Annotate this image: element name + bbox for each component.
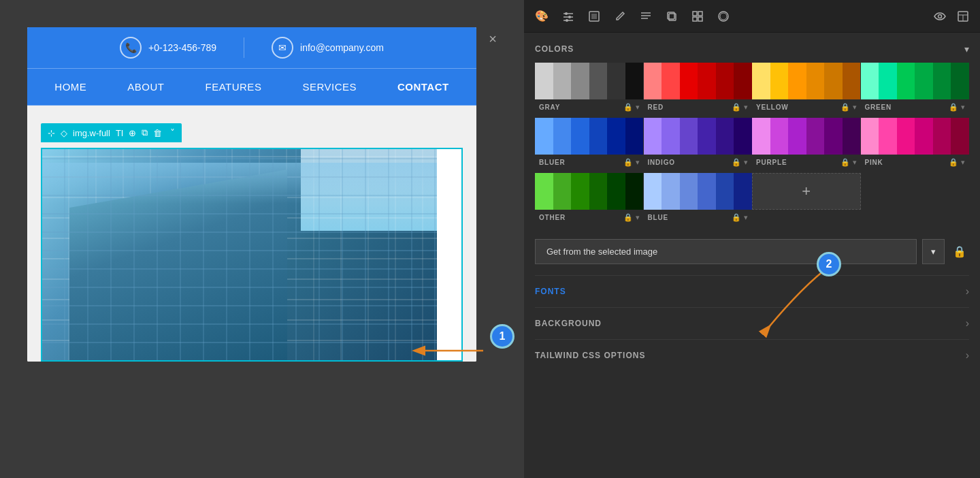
bluer-lock-icon[interactable]: 🔒 [623, 158, 633, 167]
purple-swatch-2[interactable] [770, 118, 789, 155]
pink-swatch-4[interactable] [915, 118, 933, 155]
other-swatch-3[interactable] [571, 173, 589, 210]
red-lock-icon[interactable]: 🔒 [732, 103, 741, 112]
blue-swatch-4[interactable] [698, 173, 716, 210]
purple-swatch-6[interactable] [843, 118, 861, 155]
grid-icon[interactable] [691, 10, 704, 22]
pink-expand-icon[interactable]: ▾ [961, 158, 965, 167]
get-from-image-button[interactable]: Get from the selected image [535, 239, 917, 264]
pink-swatch-2[interactable] [879, 118, 897, 155]
colors-chevron-icon[interactable]: ▾ [964, 44, 969, 54]
indigo-expand-icon[interactable]: ▾ [744, 158, 748, 167]
green-swatch-6[interactable] [951, 63, 969, 99]
indigo-swatch-1[interactable] [644, 118, 662, 155]
eye-icon[interactable] [934, 10, 946, 22]
more-chevron-icon[interactable]: ˅ [170, 127, 175, 138]
blue-swatch-1[interactable] [644, 173, 662, 210]
other-swatch-5[interactable] [607, 173, 625, 210]
copy2-icon[interactable] [666, 10, 678, 22]
yellow-swatch-4[interactable] [806, 63, 825, 99]
get-image-dropdown-button[interactable]: ▾ [922, 239, 945, 264]
get-image-lock-icon[interactable]: 🔒 [950, 242, 969, 261]
nav-contact[interactable]: CONTACT [397, 81, 449, 93]
move-icon[interactable]: ⊹ [48, 128, 55, 138]
yellow-swatch-3[interactable] [788, 63, 806, 99]
purple-swatch-4[interactable] [806, 118, 825, 155]
blue-swatch-2[interactable] [662, 173, 680, 210]
bluer-expand-icon[interactable]: ▾ [636, 158, 640, 167]
text-format-icon[interactable]: TI [116, 128, 124, 138]
red-swatch-1[interactable] [644, 63, 662, 99]
blue-lock-icon[interactable]: 🔒 [732, 213, 741, 222]
green-swatch-1[interactable] [861, 63, 879, 99]
target-icon[interactable]: ⊕ [129, 128, 136, 138]
yellow-expand-icon[interactable]: ▾ [853, 103, 857, 112]
background-row[interactable]: BACKGROUND › [535, 307, 969, 339]
pink-swatch-1[interactable] [861, 118, 879, 155]
pink-lock-icon[interactable]: 🔒 [949, 158, 958, 167]
wordpress-icon[interactable] [717, 10, 730, 22]
blue-expand-icon[interactable]: ▾ [744, 213, 748, 222]
indigo-swatch-6[interactable] [734, 118, 752, 155]
blue-swatch-5[interactable] [716, 173, 734, 210]
gray-swatch-4[interactable] [589, 63, 608, 99]
other-swatch-2[interactable] [553, 173, 572, 210]
nav-about[interactable]: ABOUT [127, 81, 164, 93]
indigo-swatch-5[interactable] [716, 118, 734, 155]
nav-features[interactable]: FEATURES [205, 81, 261, 93]
green-swatch-5[interactable] [933, 63, 951, 99]
sliders-icon[interactable] [562, 10, 574, 22]
red-swatch-6[interactable] [734, 63, 752, 99]
close-button[interactable]: × [489, 31, 497, 47]
gray-swatch-6[interactable] [625, 63, 644, 99]
gray-swatch-1[interactable] [535, 63, 553, 99]
bluer-swatch-4[interactable] [589, 118, 608, 155]
image-toolbar[interactable]: ⊹ ◇ img.w-full TI ⊕ ⧉ 🗑 ˅ [41, 123, 182, 142]
red-swatch-3[interactable] [680, 63, 698, 99]
tailwind-row[interactable]: TAILWIND CSS OPTIONS › [535, 339, 969, 371]
add-color-button[interactable]: + [752, 173, 861, 210]
text-icon[interactable] [640, 10, 652, 22]
nav-home[interactable]: HOME [54, 81, 86, 93]
green-swatch-2[interactable] [879, 63, 897, 99]
bluer-swatch-3[interactable] [571, 118, 589, 155]
yellow-swatch-5[interactable] [824, 63, 843, 99]
red-swatch-4[interactable] [698, 63, 716, 99]
palette-icon[interactable]: 🎨 [535, 10, 549, 22]
indigo-swatch-4[interactable] [698, 118, 716, 155]
bluer-swatch-6[interactable] [625, 118, 644, 155]
pink-swatch-5[interactable] [933, 118, 951, 155]
other-lock-icon[interactable]: 🔒 [623, 213, 633, 222]
yellow-swatch-2[interactable] [770, 63, 789, 99]
gray-swatch-2[interactable] [553, 63, 572, 99]
green-lock-icon[interactable]: 🔒 [949, 103, 958, 112]
fonts-row[interactable]: FONTS › [535, 275, 969, 307]
indigo-lock-icon[interactable]: 🔒 [732, 158, 741, 167]
green-swatch-4[interactable] [915, 63, 933, 99]
gray-expand-icon[interactable]: ▾ [636, 103, 640, 112]
other-swatch-6[interactable] [625, 173, 644, 210]
delete-icon[interactable]: 🗑 [153, 128, 162, 138]
green-expand-icon[interactable]: ▾ [961, 103, 965, 112]
pink-swatch-6[interactable] [951, 118, 969, 155]
indigo-swatch-3[interactable] [680, 118, 698, 155]
diamond-icon[interactable]: ◇ [61, 128, 67, 138]
copy-icon[interactable]: ⧉ [142, 127, 148, 138]
pink-swatch-3[interactable] [897, 118, 915, 155]
indigo-swatch-2[interactable] [662, 118, 680, 155]
purple-lock-icon[interactable]: 🔒 [840, 158, 850, 167]
window-icon[interactable] [957, 10, 969, 22]
nav-services[interactable]: SERVICES [302, 81, 357, 93]
gray-lock-icon[interactable]: 🔒 [623, 103, 633, 112]
gray-swatch-3[interactable] [571, 63, 589, 99]
blue-swatch-3[interactable] [680, 173, 698, 210]
gray-swatch-5[interactable] [607, 63, 625, 99]
green-swatch-3[interactable] [897, 63, 915, 99]
bluer-swatch-5[interactable] [607, 118, 625, 155]
purple-swatch-3[interactable] [788, 118, 806, 155]
other-swatch-4[interactable] [589, 173, 608, 210]
purple-expand-icon[interactable]: ▾ [853, 158, 857, 167]
red-swatch-2[interactable] [662, 63, 680, 99]
red-swatch-5[interactable] [716, 63, 734, 99]
blue-swatch-6[interactable] [734, 173, 752, 210]
